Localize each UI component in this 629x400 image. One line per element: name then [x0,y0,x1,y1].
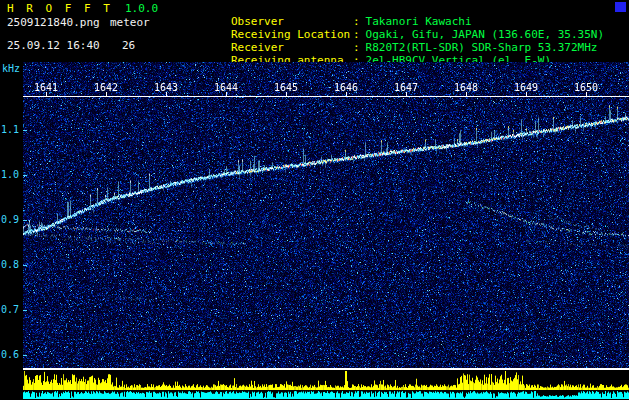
info-value: Ogaki, Gifu, JAPAN (136.60E, 35.35N) [366,28,604,41]
x-axis-tick-label: 1648 [451,82,481,93]
colon: : [353,41,360,54]
x-axis-tick-label: 1650 [571,82,601,93]
y-axis-tick-label: 0.9 [0,214,19,226]
y-axis-tick-label: 1.1 [0,124,19,136]
hrofft-window: H R O F F T 1.0.0 2509121840.png meteor … [0,0,629,400]
x-axis-tick-label: 1647 [391,82,421,93]
mode-label: meteor [110,16,150,29]
station-info: Observer:Takanori Kawachi Receiving Loca… [178,2,604,54]
x-axis-tick-label: 1649 [511,82,541,93]
y-axis-tick-label: 0.8 [0,259,19,271]
info-label: Receiving Location [231,28,353,41]
info-row-observer: Observer:Takanori Kawachi [178,2,604,15]
x-axis-tick-label: 1646 [331,82,361,93]
x-axis-tick-label: 1645 [271,82,301,93]
y-axis-tick-label: 0.6 [0,349,19,361]
colon: : [353,15,360,28]
y-axis-tick-label: 0.7 [0,304,19,316]
colon: : [353,28,360,41]
x-axis-tick-label: 1643 [151,82,181,93]
x-axis-tick-label: 1644 [211,82,241,93]
status-square [615,2,626,12]
info-label: Observer [231,15,353,28]
y-axis-unit: kHz [2,63,20,74]
app-version: 1.0.0 [125,2,158,15]
info-value: R820T2(RTL-SDR) SDR-Sharp 53.372MHz [366,41,598,54]
x-axis-tick-label: 1641 [31,82,61,93]
x-axis-tick-label: 1642 [91,82,121,93]
y-axis-tick-label: 1.0 [0,169,19,181]
output-filename: 2509121840.png [7,16,100,29]
spectrogram-area: kHz 1.11.00.90.80.70.6 16411642164316441… [0,62,629,400]
meteor-count: 26 [122,39,135,52]
app-title: H R O F F T [7,2,113,15]
info-value: Takanori Kawachi [366,15,472,28]
spectrogram-canvas [23,62,629,400]
info-label: Receiver [231,41,353,54]
timestamp: 25.09.12 16:40 [7,39,100,52]
